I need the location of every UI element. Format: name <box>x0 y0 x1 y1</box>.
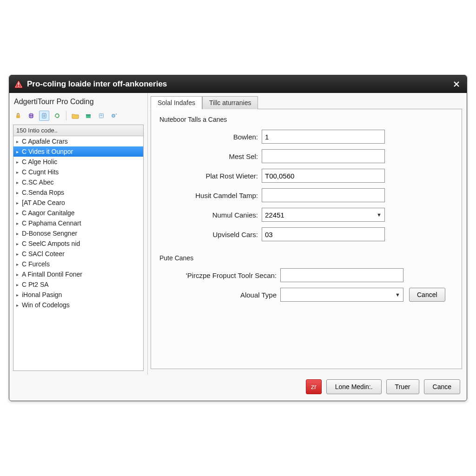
tab-tillc-aturranies[interactable]: Tillc aturranies <box>202 96 258 109</box>
list-item-label: C Apafale Crars <box>22 138 68 145</box>
svg-rect-4 <box>18 86 19 86</box>
toolbar-separator <box>66 111 66 120</box>
list-item[interactable]: ▸Win of Codelogs <box>13 300 143 310</box>
list-item-label: iHonal Pasign <box>22 291 62 298</box>
list-item[interactable]: ▸[AT ADe Cearo <box>13 198 143 208</box>
chevron-right-icon: ▸ <box>16 200 22 205</box>
action-red-button[interactable]: zr <box>306 379 322 394</box>
list-item-label: C Paphama Cennart <box>22 219 81 227</box>
document-icon[interactable] <box>39 111 49 121</box>
svg-rect-3 <box>18 83 19 85</box>
list-item[interactable]: ▸D-Bonose Sengner <box>13 228 143 238</box>
select-value: 22451 <box>265 211 284 219</box>
list-item-label: C Vides it Ounpor <box>22 148 73 155</box>
list-item-label: C.Senda Rops <box>22 189 64 196</box>
svg-rect-17 <box>86 114 91 116</box>
tab-body: Nuteboor Talls a Canes Bowlen: Mest Sel:… <box>151 109 462 369</box>
select-numul-canies[interactable]: 22451 ▼ <box>262 208 385 222</box>
svg-point-22 <box>113 115 114 116</box>
tab-solal-indafes[interactable]: Solal Indafes <box>151 96 202 109</box>
label-upviseld-cars: Upviseld Cars: <box>159 231 262 238</box>
list-item[interactable]: ▸C Paphama Cennart <box>13 218 143 228</box>
sidebar-toolbar <box>13 110 144 125</box>
list-item[interactable]: ▸C Cugnt Hits <box>13 167 143 177</box>
lone-medin-button[interactable]: Lone Medin:. <box>326 379 382 394</box>
snip-icon: zr <box>311 383 317 390</box>
refresh-icon[interactable] <box>52 111 62 121</box>
sidebar: AdgertiTourr Pro Coding <box>9 93 148 375</box>
label-mest-sel: Mest Sel: <box>159 152 262 160</box>
listbox-header: 150 Intio code.. <box>13 125 143 136</box>
input-upviseld-cars[interactable] <box>262 227 385 241</box>
list-item-label: D-Bonose Sengner <box>22 230 77 237</box>
label-numul-canies: Numul Canies: <box>159 211 262 219</box>
chevron-right-icon: ▸ <box>16 190 22 195</box>
list-item[interactable]: ▸C.SC Abec <box>13 177 143 187</box>
svg-rect-7 <box>16 115 20 118</box>
gear-icon[interactable] <box>109 111 119 121</box>
folder-icon[interactable] <box>70 111 80 121</box>
chevron-right-icon: ▸ <box>16 211 22 216</box>
list-item[interactable]: ▸C Pt2 SA <box>13 279 143 290</box>
select-aloual-type[interactable]: ▼ <box>280 288 403 302</box>
lock-icon[interactable] <box>13 111 23 121</box>
label-husit-camdel-tamp: Husit Camdel Tamp: <box>159 192 262 199</box>
list-item[interactable]: ▸C Vides it Ounpor <box>13 146 143 157</box>
list-item[interactable]: ▸C Apafale Crars <box>13 136 143 146</box>
list-item-label: C SeelC Ampots nid <box>22 240 80 247</box>
tab-strip: Solal Indafes Tillc aturranies <box>151 96 462 109</box>
label-bowlen: Bowlen: <box>159 133 262 141</box>
list-item-label: A Fintall Dontil Foner <box>22 271 82 278</box>
cance-button[interactable]: Cance <box>424 379 460 394</box>
list-item[interactable]: ▸C Aagor Canitalge <box>13 208 143 218</box>
section-title-1: Nuteboor Talls a Canes <box>159 116 453 123</box>
list-item[interactable]: ▸C Furcels <box>13 259 143 269</box>
list-item-label: C Furcels <box>22 260 50 268</box>
globe-icon[interactable] <box>26 111 36 121</box>
list-item[interactable]: ▸C.Senda Rops <box>13 187 143 198</box>
form-row-bowlen: Bowlen: <box>159 130 453 144</box>
list-item-label: [AT ADe Cearo <box>22 199 65 206</box>
sidebar-heading: AdgertiTourr Pro Coding <box>13 96 144 110</box>
form-row-upviseld-cars: Upviseld Cars: <box>159 227 453 241</box>
list-item[interactable]: ▸C Alge Holic <box>13 157 143 167</box>
input-mest-sel[interactable] <box>262 149 385 163</box>
label-plat-rost-wieter: Plat Rost Wieter: <box>159 172 262 180</box>
code-listbox: 150 Intio code.. ▸C Apafale Crars ▸C Vid… <box>13 125 144 371</box>
form-row-pirczpe-fropuct: 'Pirczpe Fropuct Toolr Secan: <box>159 268 453 282</box>
content-area: AdgertiTourr Pro Coding <box>9 93 467 375</box>
close-icon <box>453 81 460 87</box>
chevron-down-icon: ▼ <box>395 292 400 298</box>
list-item[interactable]: ▸C SeelC Ampots nid <box>13 238 143 249</box>
chevron-right-icon: ▸ <box>16 292 22 298</box>
chevron-right-icon: ▸ <box>16 303 22 308</box>
chevron-right-icon: ▸ <box>16 282 22 287</box>
main-pane: Solal Indafes Tillc aturranies Nuteboor … <box>148 93 467 375</box>
box-icon[interactable] <box>83 111 93 121</box>
chevron-right-icon: ▸ <box>16 221 22 226</box>
list-item-label: C SACl Coteer <box>22 250 65 258</box>
list-item[interactable]: ▸C SACl Coteer <box>13 249 143 259</box>
input-husit-camdel-tamp[interactable] <box>262 188 385 202</box>
input-pirczpe-fropuct[interactable] <box>280 268 403 282</box>
inline-cancel-button[interactable]: Cancel <box>409 288 445 302</box>
chevron-right-icon: ▸ <box>16 272 22 277</box>
list-item-label: C Pt2 SA <box>22 281 49 288</box>
list-item[interactable]: ▸iHonal Pasign <box>13 290 143 300</box>
form-row-aloual-type: Aloual Type ▼ Cancel <box>159 288 453 302</box>
chevron-right-icon: ▸ <box>16 180 22 185</box>
list-item[interactable]: ▸A Fintall Dontil Foner <box>13 269 143 279</box>
label-aloual-type: Aloual Type <box>159 291 280 299</box>
chevron-right-icon: ▸ <box>16 139 22 144</box>
truer-button[interactable]: Truer <box>386 379 419 394</box>
window-title: Pro-coling loaide inter off-ankoneries <box>27 79 451 89</box>
close-button[interactable] <box>451 79 462 89</box>
section-title-2: Pute Canes <box>159 254 453 262</box>
dialog-window: Pro-coling loaide inter off-ankoneries A… <box>9 75 467 401</box>
list-item-label: C Aagor Canitalge <box>22 209 75 217</box>
form-row-mest-sel: Mest Sel: <box>159 149 453 163</box>
note-icon[interactable] <box>96 111 106 121</box>
input-bowlen[interactable] <box>262 130 385 144</box>
chevron-right-icon: ▸ <box>16 159 22 165</box>
input-plat-rost-wieter[interactable] <box>262 169 385 183</box>
